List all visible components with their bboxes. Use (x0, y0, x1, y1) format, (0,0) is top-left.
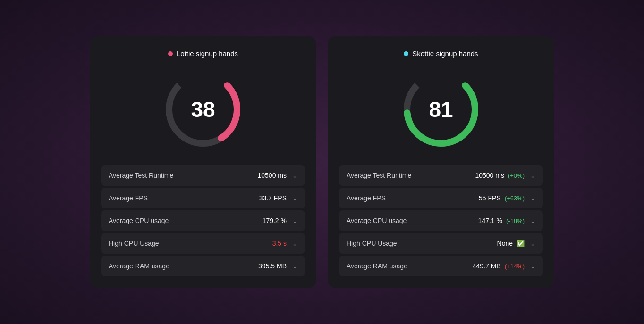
chevron-down-icon: ⌄ (530, 195, 535, 202)
card-title: Lottie signup hands (168, 50, 238, 58)
metric-value: 33.7 FPS (259, 194, 287, 202)
chevron-down-icon: ⌄ (530, 217, 535, 224)
metric-row[interactable]: Average CPU usage179.2 %⌄ (101, 210, 305, 231)
metric-row[interactable]: Average Test Runtime10500 ms(+0%)⌄ (339, 165, 543, 186)
metric-row[interactable]: Average RAM usage449.7 MB(+14%)⌄ (339, 256, 543, 276)
metric-row[interactable]: High CPU Usage3.5 s⌄ (101, 233, 305, 254)
metric-label: Average RAM usage (109, 262, 169, 270)
metric-diff: (+0%) (508, 172, 525, 179)
metric-value-group: 10500 ms⌄ (258, 172, 297, 179)
chevron-down-icon: ⌄ (530, 172, 535, 179)
metric-value-group: 449.7 MB(+14%)⌄ (473, 262, 535, 270)
metric-row[interactable]: Average FPS55 FPS(+63%)⌄ (339, 188, 543, 208)
metric-diff: (-18%) (506, 217, 525, 224)
metric-value-group: None✅⌄ (497, 240, 535, 247)
metric-value: 147.1 % (478, 217, 502, 224)
card-title: Skottie signup hands (404, 50, 478, 58)
metric-diff: (+14%) (505, 263, 525, 270)
chevron-down-icon: ⌄ (292, 240, 297, 247)
main-container: Lottie signup hands38Average Test Runtim… (0, 25, 644, 299)
metric-diff: (+63%) (505, 195, 525, 202)
metrics-list: Average Test Runtime10500 ms(+0%)⌄Averag… (339, 165, 543, 276)
chevron-down-icon: ⌄ (292, 172, 297, 179)
metric-value: 449.7 MB (473, 262, 501, 270)
gauge-value: 81 (429, 97, 453, 122)
card-lottie: Lottie signup hands38Average Test Runtim… (90, 36, 316, 288)
metric-value-group: 10500 ms(+0%)⌄ (475, 172, 535, 179)
metric-row[interactable]: Average CPU usage147.1 %(-18%)⌄ (339, 210, 543, 231)
metric-value-group: 395.5 MB⌄ (258, 262, 297, 270)
gauge-value: 38 (191, 97, 215, 122)
metrics-list: Average Test Runtime10500 ms⌄Average FPS… (101, 165, 305, 276)
metric-value-group: 33.7 FPS⌄ (259, 194, 297, 202)
metric-value: 3.5 s (272, 240, 287, 247)
metric-value: 179.2 % (263, 217, 287, 224)
chevron-down-icon: ⌄ (292, 263, 297, 270)
metric-value: 395.5 MB (258, 262, 287, 270)
card-skottie: Skottie signup hands81Average Test Runti… (328, 36, 554, 288)
metric-value: None (497, 240, 513, 247)
title-dot-icon (404, 51, 408, 56)
metric-value-group: 147.1 %(-18%)⌄ (478, 217, 535, 224)
title-text: Skottie signup hands (412, 50, 478, 58)
metric-value-group: 55 FPS(+63%)⌄ (479, 194, 535, 202)
metric-value: 55 FPS (479, 194, 501, 202)
metric-value-group: 179.2 %⌄ (263, 217, 297, 224)
gauge-container: 81 (398, 67, 483, 152)
metric-row[interactable]: Average Test Runtime10500 ms⌄ (101, 165, 305, 186)
chevron-down-icon: ⌄ (530, 240, 535, 247)
metric-value: 10500 ms (258, 172, 287, 179)
metric-label: Average FPS (347, 194, 386, 202)
metric-label: High CPU Usage (347, 240, 397, 247)
metric-value: 10500 ms (475, 172, 504, 179)
title-dot-icon (168, 51, 173, 56)
metric-label: Average CPU usage (347, 217, 407, 224)
gauge-container: 38 (161, 67, 246, 152)
metric-label: Average Test Runtime (109, 172, 173, 179)
chevron-down-icon: ⌄ (530, 263, 535, 270)
metric-label: Average CPU usage (109, 217, 169, 224)
metric-row[interactable]: High CPU UsageNone✅⌄ (339, 233, 543, 254)
metric-label: High CPU Usage (109, 240, 159, 247)
chevron-down-icon: ⌄ (292, 195, 297, 202)
metric-row[interactable]: Average RAM usage395.5 MB⌄ (101, 256, 305, 276)
checkmark-icon: ✅ (517, 240, 525, 247)
title-text: Lottie signup hands (177, 50, 238, 58)
metric-label: Average RAM usage (347, 262, 407, 270)
metric-value-group: 3.5 s⌄ (272, 240, 297, 247)
chevron-down-icon: ⌄ (292, 217, 297, 224)
metric-label: Average FPS (109, 194, 148, 202)
metric-label: Average Test Runtime (347, 172, 411, 179)
metric-row[interactable]: Average FPS33.7 FPS⌄ (101, 188, 305, 208)
